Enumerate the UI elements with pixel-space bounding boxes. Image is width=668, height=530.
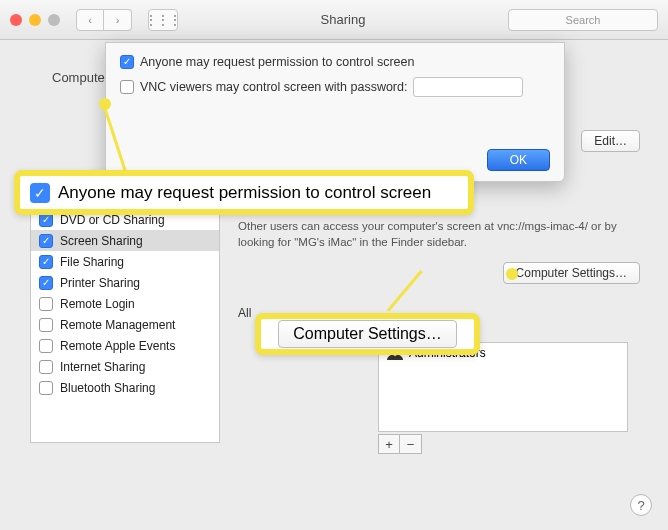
service-label: Remote Management (60, 318, 175, 332)
service-checkbox[interactable] (39, 360, 53, 374)
nav-buttons: ‹ › (76, 9, 132, 31)
show-all-button[interactable]: ⋮⋮⋮ (148, 9, 178, 31)
titlebar: ‹ › ⋮⋮⋮ Sharing Search (0, 0, 668, 40)
callout-computer-settings-label: Computer Settings… (278, 320, 457, 348)
callout-line-2 (387, 270, 423, 312)
search-placeholder: Search (566, 14, 601, 26)
service-label: Printer Sharing (60, 276, 140, 290)
callout-computer-settings: Computer Settings… (255, 313, 480, 355)
dialog-option-vnc-label: VNC viewers may control screen with pass… (140, 80, 407, 94)
checkbox-anyone[interactable] (120, 55, 134, 69)
service-label: Remote Apple Events (60, 339, 175, 353)
service-checkbox[interactable] (39, 318, 53, 332)
service-checkbox[interactable] (39, 255, 53, 269)
service-checkbox[interactable] (39, 276, 53, 290)
callout-anyone-checkbox-icon: ✓ (30, 183, 50, 203)
minimize-window-button[interactable] (29, 14, 41, 26)
dialog-option-anyone-label: Anyone may request permission to control… (140, 55, 414, 69)
ok-button[interactable]: OK (487, 149, 550, 171)
computer-settings-dialog: Anyone may request permission to control… (105, 42, 565, 182)
computer-name-label: Compute (52, 70, 105, 85)
window-controls (10, 14, 60, 26)
main-pane: Compute Edit… Anyone may request permiss… (0, 40, 668, 530)
forward-button[interactable]: › (104, 9, 132, 31)
service-row-remote-management[interactable]: Remote Management (31, 314, 219, 335)
add-remove-buttons: + − (378, 434, 422, 454)
service-checkbox[interactable] (39, 381, 53, 395)
service-row-bluetooth-sharing[interactable]: Bluetooth Sharing (31, 377, 219, 398)
service-label: Internet Sharing (60, 360, 145, 374)
service-checkbox[interactable] (39, 297, 53, 311)
fullscreen-window-button[interactable] (48, 14, 60, 26)
service-label: Screen Sharing (60, 234, 143, 248)
service-row-remote-login[interactable]: Remote Login (31, 293, 219, 314)
service-row-remote-apple-events[interactable]: Remote Apple Events (31, 335, 219, 356)
help-button[interactable]: ? (630, 494, 652, 516)
back-button[interactable]: ‹ (76, 9, 104, 31)
search-field[interactable]: Search (508, 9, 658, 31)
computer-settings-button-wrap: Computer Settings… (503, 262, 640, 284)
dialog-option-anyone[interactable]: Anyone may request permission to control… (120, 55, 550, 69)
callout-anyone-option: ✓ Anyone may request permission to contr… (14, 170, 474, 215)
computer-settings-button[interactable]: Computer Settings… (503, 262, 640, 284)
service-label: Remote Login (60, 297, 135, 311)
screen-sharing-info: Other users can access your computer's s… (238, 218, 640, 250)
service-checkbox[interactable] (39, 339, 53, 353)
dialog-option-vnc[interactable]: VNC viewers may control screen with pass… (120, 77, 550, 97)
close-window-button[interactable] (10, 14, 22, 26)
remove-user-button[interactable]: − (400, 434, 422, 454)
service-row-internet-sharing[interactable]: Internet Sharing (31, 356, 219, 377)
edit-button-wrap: Edit… (581, 130, 640, 152)
checkbox-vnc[interactable] (120, 80, 134, 94)
service-row-screen-sharing[interactable]: Screen Sharing (31, 230, 219, 251)
service-row-printer-sharing[interactable]: Printer Sharing (31, 272, 219, 293)
allow-access-label: All (238, 306, 251, 320)
callout-pointer-2 (506, 268, 518, 280)
callout-anyone-label: Anyone may request permission to control… (58, 183, 431, 203)
services-list: DVD or CD SharingScreen SharingFile Shar… (30, 208, 220, 443)
service-label: Bluetooth Sharing (60, 381, 155, 395)
service-checkbox[interactable] (39, 234, 53, 248)
window-title: Sharing (186, 12, 500, 27)
users-list: Administrators (378, 342, 628, 432)
vnc-password-field[interactable] (413, 77, 523, 97)
service-label: File Sharing (60, 255, 124, 269)
add-user-button[interactable]: + (378, 434, 400, 454)
edit-button[interactable]: Edit… (581, 130, 640, 152)
service-row-file-sharing[interactable]: File Sharing (31, 251, 219, 272)
